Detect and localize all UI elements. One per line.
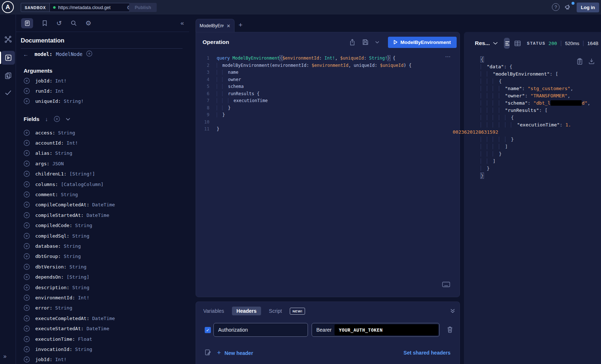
add-to-operation-plus-icon[interactable] [24, 98, 30, 104]
add-to-operation-plus-icon[interactable] [24, 78, 30, 84]
add-to-operation-plus-icon[interactable] [24, 130, 30, 136]
field-row[interactable]: compileStartedAt: DateTime [24, 210, 184, 220]
add-to-operation-plus-icon[interactable] [24, 346, 30, 352]
add-to-operation-plus-icon[interactable] [24, 325, 30, 332]
fields-chevron-down-icon[interactable] [66, 118, 70, 121]
operation-tab-label[interactable]: ModelByEnvi... [200, 23, 224, 28]
add-to-operation-plus-icon[interactable] [24, 315, 30, 321]
field-type[interactable]: String [75, 347, 92, 352]
field-row[interactable]: executeStartedAt: DateTime [24, 323, 184, 333]
field-type[interactable]: Int! [55, 357, 67, 362]
code-line[interactable]: 5 schema [202, 83, 445, 90]
field-type[interactable]: Int! [67, 140, 78, 146]
run-operation-button[interactable]: ModelByEnvironment [388, 37, 457, 48]
add-to-operation-plus-icon[interactable] [24, 150, 30, 156]
documentation-tab-selected[interactable] [21, 18, 33, 28]
announcements-icon[interactable] [564, 3, 572, 13]
field-row[interactable]: dbtVersion: String [24, 262, 184, 272]
code-line[interactable]: 11} [202, 126, 445, 133]
add-to-operation-plus-icon[interactable] [24, 233, 30, 239]
add-field-plus-icon[interactable] [86, 50, 92, 58]
code-line[interactable]: 6 runResults { [202, 90, 445, 98]
close-tab-icon[interactable]: ✕ [227, 23, 231, 29]
field-row[interactable]: dbtGroup: String [24, 251, 184, 262]
login-button[interactable]: Log in [577, 3, 599, 12]
explorer-icon[interactable] [5, 54, 12, 63]
add-all-fields-icon[interactable] [54, 116, 60, 122]
field-row[interactable]: childrenL1: [String!] [24, 169, 184, 179]
add-to-operation-plus-icon[interactable] [24, 161, 30, 167]
breadcrumb-type[interactable]: ModelNode [56, 51, 83, 57]
field-row[interactable]: compiledSql: String [24, 231, 184, 241]
operation-tab[interactable]: ModelByEnvi... ✕ [196, 19, 235, 32]
field-type[interactable]: Int! [55, 78, 67, 84]
field-type[interactable]: String [58, 130, 75, 136]
help-icon[interactable]: ? [552, 3, 560, 11]
add-to-operation-plus-icon[interactable] [24, 264, 30, 270]
field-row[interactable]: args: JSON [24, 158, 184, 169]
new-header-button[interactable]: + New header [217, 349, 253, 357]
tab-headers[interactable]: Headers [232, 307, 261, 315]
field-row[interactable]: accountId: Int! [24, 138, 184, 148]
add-to-operation-plus-icon[interactable] [24, 243, 30, 249]
field-type[interactable]: DateTime [92, 202, 115, 207]
add-to-operation-plus-icon[interactable] [24, 284, 30, 291]
field-row[interactable]: executionTime: Float [24, 334, 184, 344]
field-type[interactable]: String [64, 243, 81, 249]
collapse-panel-double-chevron-icon[interactable] [450, 308, 455, 315]
keyboard-shortcuts-icon[interactable] [442, 282, 450, 289]
field-row[interactable]: invocationId: String [24, 344, 184, 354]
field-type[interactable]: [String] [67, 274, 89, 280]
response-title[interactable]: Res... [475, 40, 490, 46]
add-to-operation-plus-icon[interactable] [24, 202, 30, 208]
code-line[interactable]: 1query ModelByEnvironment($environmentId… [202, 55, 445, 62]
field-type[interactable]: String [75, 223, 92, 228]
publish-button[interactable]: Publish [129, 3, 157, 12]
field-row[interactable]: comment: String [24, 189, 184, 199]
argument-row[interactable]: runId: Int [24, 86, 180, 96]
argument-row[interactable]: uniqueId: String! [24, 96, 180, 106]
history-icon[interactable]: ↺ [56, 19, 62, 27]
field-type[interactable]: Float [78, 336, 92, 342]
field-row[interactable]: access: String [24, 128, 184, 138]
sort-fields-icon[interactable]: ↓ [45, 116, 48, 122]
editor-overflow-menu-icon[interactable]: ⋯ [445, 53, 451, 60]
field-row[interactable]: environmentId: Int! [24, 292, 184, 303]
field-type[interactable]: String [72, 233, 89, 239]
field-type[interactable]: String [55, 305, 72, 311]
add-to-operation-plus-icon[interactable] [24, 336, 30, 342]
share-operation-icon[interactable] [349, 39, 356, 46]
code-line[interactable]: 4 owner [202, 76, 445, 84]
header-enabled-checkbox[interactable]: ✓ [205, 327, 211, 333]
response-json-viewer[interactable]: { "data": { "modelByEnvironment": [ { "n… [481, 56, 600, 179]
raw-view-toggle-selected[interactable] [504, 38, 510, 49]
schema-graph-icon[interactable] [4, 36, 12, 45]
search-icon[interactable] [71, 20, 77, 26]
field-type[interactable]: JSON [52, 161, 64, 166]
code-line[interactable]: 3 name [202, 69, 445, 76]
field-type[interactable]: String [69, 264, 87, 270]
endpoint-input[interactable]: https://metadata.cloud.get ⚙ [50, 3, 134, 12]
expand-rail-icon[interactable]: » [3, 353, 7, 360]
header-value-input[interactable]: Bearer YOUR_AUTH_TOKEN [312, 323, 440, 337]
add-to-operation-plus-icon[interactable] [24, 88, 30, 94]
save-dropdown-chevron-icon[interactable] [375, 41, 379, 44]
code-line[interactable]: 10 [202, 119, 445, 126]
response-chevron-down-icon[interactable] [493, 42, 498, 45]
edit-raw-headers-icon[interactable] [205, 349, 211, 356]
field-type[interactable]: DateTime [87, 326, 109, 331]
argument-row[interactable]: jobId: Int! [24, 76, 180, 86]
field-row[interactable]: compiledCode: String [24, 221, 184, 231]
add-to-operation-plus-icon[interactable] [24, 222, 30, 228]
add-to-operation-plus-icon[interactable] [24, 274, 30, 280]
code-line[interactable]: 9 } [202, 112, 445, 119]
tab-script[interactable]: Script [269, 308, 282, 314]
table-view-toggle-icon[interactable] [514, 41, 521, 46]
add-to-operation-plus-icon[interactable] [24, 171, 30, 177]
field-type[interactable]: DateTime [87, 213, 109, 218]
auth-token-value[interactable]: YOUR_AUTH_TOKEN [334, 324, 438, 335]
field-row[interactable]: alias: String [24, 148, 184, 158]
add-to-operation-plus-icon[interactable] [24, 356, 30, 363]
new-tab-icon[interactable]: + [239, 21, 243, 29]
add-to-operation-plus-icon[interactable] [24, 253, 30, 259]
